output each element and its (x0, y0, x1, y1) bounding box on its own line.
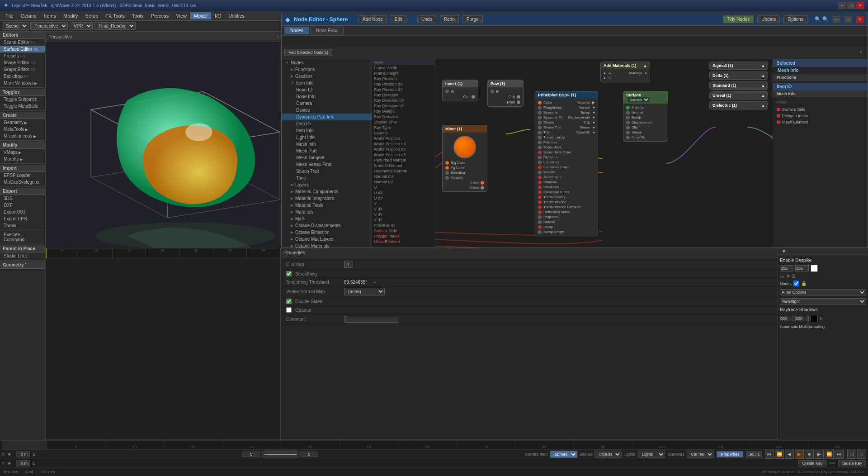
nodes-lock[interactable]: 🔒 (801, 281, 807, 286)
pb-prev-frame[interactable]: ◀ (785, 450, 794, 459)
pb-stop[interactable]: ■ (805, 450, 814, 459)
node-sigma2[interactable]: Sigma2 (1)▲ (709, 62, 768, 70)
menu-file[interactable]: File (2, 12, 17, 19)
menu-process[interactable]: Process (147, 12, 173, 19)
update-button[interactable]: Update (757, 15, 780, 23)
r2-input[interactable] (780, 316, 793, 321)
pb-next-frame[interactable]: ▶ (815, 450, 824, 459)
sidebar-3ds[interactable]: 3DS (0, 195, 45, 202)
double-sided-checkbox[interactable] (286, 299, 292, 304)
tab-nodes[interactable]: Nodes (284, 27, 309, 34)
add-node-button[interactable]: Add Node (359, 15, 387, 23)
nt-mesh-vertex-find[interactable]: Mesh Vertex Find (282, 161, 372, 168)
sidebar-surface-editor[interactable]: Surface Editor F5 (0, 46, 45, 52)
filter-options-select[interactable]: Filter Options (780, 289, 866, 295)
g-input[interactable] (795, 265, 809, 271)
pb-first[interactable]: ⏮ (765, 450, 774, 459)
node-canvas[interactable]: Inputs Frame Width Frame Height Ray Posi… (372, 59, 773, 248)
nodes-checkbox[interactable] (793, 281, 799, 286)
minimize-button[interactable]: ─ (838, 2, 846, 9)
sidebar-presets[interactable]: Presets F8 (0, 52, 45, 59)
timeline-track[interactable]: 0 10 20 30 40 50 60 70 80 90 100 110 120… (47, 441, 866, 449)
selected-node-mesh-info[interactable]: Mesh Info (773, 67, 868, 74)
sidebar-scene-editor[interactable]: Scene Editor F1 (0, 39, 45, 46)
menu-octane[interactable]: Octane (17, 12, 40, 19)
color-swatch-black[interactable] (811, 315, 818, 322)
comment-input[interactable] (344, 316, 398, 323)
sidebar-more-windows[interactable]: More Windows (0, 80, 45, 86)
nt-gradient[interactable]: Gradient (282, 73, 372, 80)
nt-material-integrators[interactable]: Material Integrators (282, 195, 372, 202)
nt-materials[interactable]: Materials (282, 209, 372, 215)
pb-step-prev[interactable]: ◁ (847, 450, 856, 459)
nt-mesh-part[interactable]: Mesh Part (282, 148, 372, 154)
final-render-select[interactable]: Final_Render (94, 22, 136, 30)
nt-light-info[interactable]: Light Info (282, 134, 372, 141)
nt-studio-trait[interactable]: Studio Trait (282, 168, 372, 175)
nt-camera[interactable]: Camera (282, 100, 372, 107)
node-delta[interactable]: Delta (1)▲ (709, 71, 768, 80)
node-invert[interactable]: Invert (1) In Out (442, 80, 478, 101)
sidebar-toggle-subpatch[interactable]: Toggle Subpatch (0, 96, 45, 103)
main-timeline[interactable]: 0 10 20 30 40 50 60 70 80 90 100 110 120… (0, 440, 868, 449)
pb-next[interactable]: ⏩ (825, 450, 834, 459)
vpr-select[interactable]: VPR (70, 22, 93, 30)
delete-key-button[interactable]: Delete Key (838, 460, 866, 466)
sidebar-miscellaneous[interactable]: Miscellaneous (0, 133, 45, 139)
pb-play[interactable]: ▶ (795, 450, 804, 459)
sidebar-metatools[interactable]: MetaTools (0, 126, 45, 133)
undo-button[interactable]: Undo (417, 15, 436, 23)
ne-close[interactable]: ✕ (856, 16, 864, 23)
menu-modify[interactable]: Modify (60, 12, 81, 19)
nt-octane-displacements[interactable]: Octane Displacements (282, 222, 372, 229)
node-add-materials[interactable]: Add Materials (1)▲ ●AMaterial● ●B (600, 62, 650, 82)
nt-device[interactable]: Device (282, 107, 372, 114)
purge-button[interactable]: Purge (462, 15, 483, 23)
sidebar-epsf-loader[interactable]: EPSF Loader (0, 172, 45, 179)
node-dielectric[interactable]: Dielectric (1)▲ (709, 101, 768, 109)
sidebar-throw[interactable]: Throw (0, 222, 45, 229)
sidebar-image-editor[interactable]: Image Editor F6 (0, 59, 45, 66)
sidebar-toggle-metaballs[interactable]: Toggle MetaBalls (0, 103, 45, 109)
ne-minimize[interactable]: ─ (832, 16, 840, 23)
nt-octane-materials[interactable]: Octane Materials (282, 243, 372, 248)
nt-layers[interactable]: Layers (282, 181, 372, 188)
menu-model[interactable]: Model (190, 12, 211, 19)
clip-map-button[interactable]: T (344, 261, 353, 268)
create-key-button[interactable]: Create Key (798, 460, 827, 466)
pb-prev[interactable]: ⏪ (775, 450, 784, 459)
properties-button[interactable]: Properties (717, 451, 743, 457)
sidebar-mocap[interactable]: MoCapSkelegons (0, 179, 45, 186)
opaque-checkbox[interactable] (286, 307, 292, 313)
sidebar-geometry[interactable]: Geometry (0, 119, 45, 126)
tab-node-flow[interactable]: Node Flow (310, 27, 344, 34)
smoothing-checkbox[interactable] (286, 271, 292, 276)
nt-bone-info[interactable]: Bone Info (282, 93, 372, 100)
color-swatch[interactable] (811, 265, 818, 272)
edit-button[interactable]: Edit (391, 15, 406, 23)
menu-io[interactable]: I/O (211, 12, 225, 19)
sidebar-backdrop[interactable]: Backdrop F7 (0, 73, 45, 80)
sidebar-vmaps[interactable]: VMaps (0, 149, 45, 156)
bones-select[interactable]: Objects (594, 451, 622, 458)
redo-button[interactable]: Redo (440, 15, 459, 23)
sidebar-execute-command[interactable]: Execute Command (0, 231, 45, 243)
nt-bone-id[interactable]: Bone ID (282, 86, 372, 93)
scene-select[interactable]: Scene (2, 22, 28, 30)
sidebar-studio-live[interactable]: Studio LIVE (0, 252, 45, 259)
nt-item-info[interactable]: Item Info (282, 80, 372, 86)
surface-dropdown[interactable]: Surface (628, 97, 650, 102)
node-unreal[interactable]: Unreal (1)▲ (709, 91, 768, 100)
r-input[interactable] (780, 265, 793, 271)
node-standard[interactable]: Standard (1)▲ (709, 81, 768, 90)
menu-items[interactable]: Items (40, 12, 60, 19)
menu-utilities[interactable]: Utilities (225, 12, 248, 19)
nt-octane-mat-layers[interactable]: Octane Mat Layers (282, 236, 372, 243)
watertight-select[interactable]: watertight (780, 298, 866, 305)
smoothing-threshold-toggle[interactable]: ↔ (373, 280, 377, 285)
nt-mesh-tangent[interactable]: Mesh Tangent (282, 154, 372, 161)
menu-tools[interactable]: Tools (128, 12, 147, 19)
node-surface[interactable]: Surface Surface Material Normal Bump Dis… (623, 91, 668, 142)
add-selected-node-button[interactable]: Add Selected Node(s) (284, 49, 332, 56)
lights-select[interactable]: Lights (638, 451, 665, 458)
